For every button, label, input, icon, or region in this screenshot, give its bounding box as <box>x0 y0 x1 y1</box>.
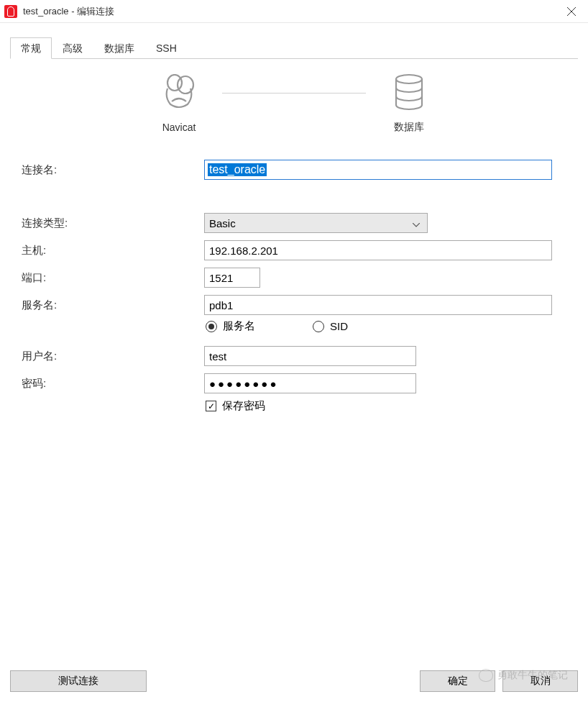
host-input[interactable] <box>204 240 552 260</box>
port-input[interactable] <box>204 268 260 288</box>
checkbox-checked-icon: ✓ <box>206 401 216 411</box>
password-label: 密码: <box>22 377 204 391</box>
ok-button[interactable]: 确定 <box>420 670 495 692</box>
window-title: test_oracle - 编辑连接 <box>23 5 555 18</box>
connector-line <box>222 93 366 94</box>
chevron-down-icon <box>413 217 420 229</box>
oracle-app-icon <box>4 5 17 18</box>
tab-bar: 常规 高级 数据库 SSH <box>10 37 588 59</box>
service-name-label: 服务名: <box>22 298 204 312</box>
radio-service-name[interactable]: 服务名 <box>206 319 255 333</box>
save-password-checkbox[interactable]: ✓ 保存密码 <box>204 399 265 413</box>
close-icon <box>567 7 576 16</box>
connection-type-select[interactable]: Basic <box>204 213 428 233</box>
connection-diagram: Navicat 数据库 <box>22 73 566 134</box>
connection-name-label: 连接名: <box>22 163 204 177</box>
close-button[interactable] <box>555 0 588 23</box>
radio-sid[interactable]: SID <box>313 319 348 333</box>
username-input[interactable] <box>204 346 416 366</box>
password-input[interactable] <box>204 373 416 393</box>
tab-advanced[interactable]: 高级 <box>52 37 93 59</box>
database-icon <box>393 73 425 111</box>
connection-type-value: Basic <box>209 217 236 229</box>
navicat-icon <box>160 74 198 111</box>
footer: 测试连接 确定 取消 <box>0 663 588 702</box>
connection-name-value: test_oracle <box>208 163 267 176</box>
tab-general[interactable]: 常规 <box>10 37 52 59</box>
radio-checked-icon <box>206 321 217 332</box>
connection-name-input[interactable]: test_oracle <box>204 160 552 180</box>
port-label: 端口: <box>22 271 204 285</box>
tab-ssh[interactable]: SSH <box>145 37 188 59</box>
service-name-input[interactable] <box>204 295 552 315</box>
tab-database[interactable]: 数据库 <box>93 37 145 59</box>
radio-service-name-label: 服务名 <box>223 319 255 333</box>
radio-sid-label: SID <box>330 320 348 332</box>
svg-point-4 <box>396 75 422 83</box>
save-password-label: 保存密码 <box>222 399 265 413</box>
titlebar: test_oracle - 编辑连接 <box>0 0 588 23</box>
cancel-button[interactable]: 取消 <box>502 670 578 692</box>
database-label: 数据库 <box>394 121 424 134</box>
username-label: 用户名: <box>22 350 204 363</box>
host-label: 主机: <box>22 244 204 257</box>
navicat-label: Navicat <box>162 122 196 133</box>
radio-unchecked-icon <box>313 321 324 332</box>
connection-type-label: 连接类型: <box>22 216 204 230</box>
svg-point-2 <box>167 75 182 91</box>
test-connection-button[interactable]: 测试连接 <box>10 670 147 692</box>
